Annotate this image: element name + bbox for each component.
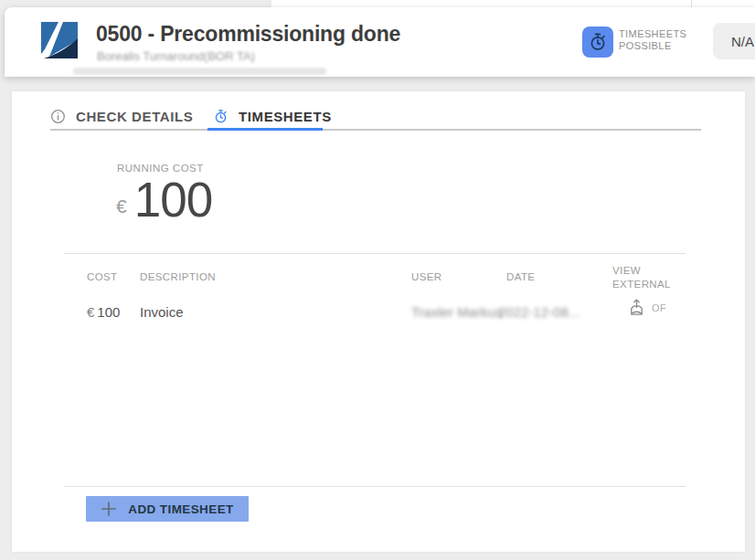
external-file-label: OF [652, 302, 666, 313]
column-header-date: DATE [506, 271, 535, 282]
cell-date: 2022-12-08... [498, 304, 580, 320]
header-card: 0500 - Precommissioning done Borealis Tu… [5, 7, 755, 77]
column-header-description: DESCRIPTION [140, 271, 216, 282]
status-badge: TIMESHEETS POSSIBLE [619, 28, 688, 52]
tab-timesheets[interactable]: TIMESHEETS [213, 103, 332, 129]
tab-label: TIMESHEETS [239, 109, 332, 124]
stopwatch-icon [213, 109, 229, 124]
divider [64, 253, 686, 254]
view-external-action[interactable]: OF [628, 298, 666, 317]
page-title: 0500 - Precommissioning done [96, 22, 400, 47]
cell-cost: €100 [87, 304, 120, 320]
ghost-scroll-bar [73, 68, 326, 75]
active-tab-indicator [207, 128, 323, 131]
add-timesheet-button[interactable]: ADD TIMESHEET [86, 496, 249, 522]
divider [64, 486, 686, 487]
cell-description: Invoice [140, 304, 184, 320]
running-cost-amount: 100 [134, 175, 212, 224]
currency-symbol: € [116, 195, 127, 217]
column-header-cost: COST [87, 271, 118, 282]
content-panel: CHECK DETAILS TIMESHEETS RUNNING COST € … [12, 91, 745, 552]
upload-icon [628, 298, 645, 317]
na-button[interactable]: N/A [713, 23, 755, 59]
add-timesheet-label: ADD TIMESHEET [128, 502, 233, 516]
tab-check-details[interactable]: CHECK DETAILS [50, 103, 193, 129]
page-subtitle: Borealis Turnaround(BOR TA) [97, 49, 255, 63]
company-logo-icon [38, 19, 80, 61]
plus-icon [101, 501, 117, 517]
na-button-label: N/A [731, 34, 754, 49]
running-cost-value: € 100 [116, 175, 212, 224]
tab-label: CHECK DETAILS [76, 109, 193, 124]
column-header-user: USER [411, 271, 442, 282]
cell-user: Traxler Markus [411, 304, 502, 320]
stopwatch-icon [582, 26, 613, 58]
column-header-view-external: VIEW EXTERNAL [612, 264, 669, 291]
info-icon [50, 109, 66, 124]
tabs-divider [50, 129, 701, 131]
currency-symbol: € [87, 304, 94, 320]
